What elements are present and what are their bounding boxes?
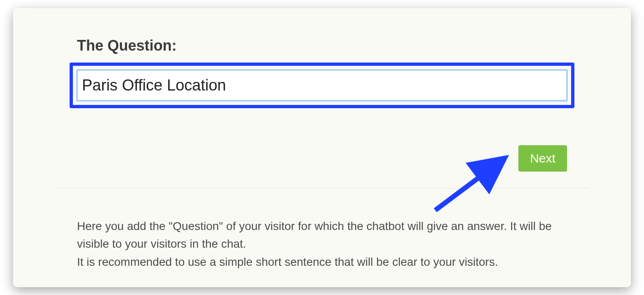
next-button[interactable]: Next	[518, 145, 567, 172]
svg-line-1	[435, 161, 501, 210]
help-line-1: Here you add the "Question" of your visi…	[77, 217, 567, 253]
button-row: Next	[77, 145, 567, 172]
help-text: Here you add the "Question" of your visi…	[77, 217, 567, 271]
question-label: The Question:	[77, 37, 567, 54]
question-input[interactable]	[78, 71, 566, 100]
section-divider	[54, 188, 590, 188]
form-card: The Question: Next	[13, 8, 631, 287]
arrow-icon	[423, 153, 513, 216]
input-focus-ring	[76, 69, 568, 102]
input-highlight-box	[70, 63, 574, 108]
help-section: Here you add the "Question" of your visi…	[54, 217, 590, 271]
help-line-2: It is recommended to use a simple short …	[77, 253, 567, 271]
content-wrap: The Question: Next	[54, 37, 590, 172]
